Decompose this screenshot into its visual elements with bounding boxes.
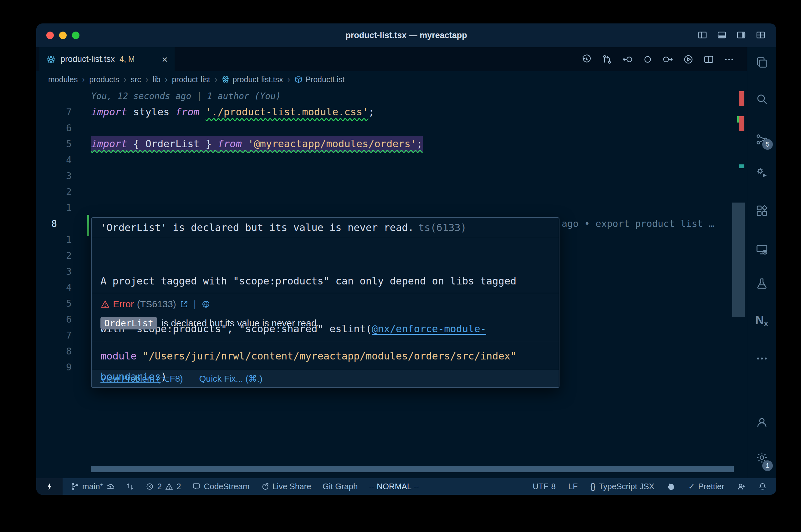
code-row[interactable]: 7import styles from './product-list.modu…: [36, 104, 747, 120]
breadcrumb-item[interactable]: src: [131, 75, 141, 84]
feedback-icon[interactable]: [737, 482, 746, 491]
line-number[interactable]: 4: [36, 280, 72, 296]
code-row[interactable]: 5import { OrderList } from '@myreactapp/…: [36, 136, 747, 152]
breadcrumb-file[interactable]: product-list.tsx: [221, 75, 283, 84]
remote-explorer-icon[interactable]: [755, 243, 768, 256]
line-number[interactable]: 3: [36, 264, 72, 280]
code-row[interactable]: 3: [36, 168, 747, 184]
line-number[interactable]: 5: [36, 296, 72, 311]
zoom-window-button[interactable]: [72, 32, 79, 39]
toggle-panel-icon[interactable]: [717, 30, 727, 40]
codestream-label: CodeStream: [204, 482, 249, 491]
warning-count: 2: [177, 482, 181, 491]
toggle-secondary-sidebar-icon[interactable]: [736, 30, 746, 40]
breadcrumb-item[interactable]: products: [89, 75, 119, 84]
line-number[interactable]: 6: [36, 120, 72, 136]
compare-changes-icon[interactable]: [602, 54, 612, 65]
code-row[interactable]: 1: [36, 200, 747, 216]
line-number[interactable]: 1: [36, 200, 72, 216]
navigate-forward-icon[interactable]: [663, 54, 673, 65]
line-number[interactable]: 8: [51, 216, 57, 232]
git-branch-status[interactable]: main*: [71, 482, 114, 491]
diagnostic-hover-popup: 'OrderList' is declared but its value is…: [91, 217, 560, 388]
tab-close-icon[interactable]: ×: [162, 54, 168, 64]
prettier-status[interactable]: ✓ Prettier: [688, 482, 724, 491]
eol-status[interactable]: LF: [568, 482, 578, 491]
line-number[interactable]: 6: [36, 311, 72, 327]
overview-ruler-error-mark: [739, 91, 744, 106]
language-status[interactable]: {} TypeScript JSX: [590, 482, 654, 491]
check-icon: ✓: [688, 482, 695, 491]
tab-product-list[interactable]: product-list.tsx 4, M ×: [39, 47, 175, 71]
line-number[interactable]: 5: [36, 136, 72, 152]
extensions-icon[interactable]: [755, 204, 768, 217]
git-blame-annotation: You, 12 seconds ago | 1 author (You): [91, 88, 281, 104]
bell-icon[interactable]: [758, 482, 767, 491]
open-external-icon[interactable]: [179, 300, 189, 309]
layout-grid-icon[interactable]: [756, 30, 766, 40]
run-task-gear-icon[interactable]: [755, 166, 768, 179]
tab-modified-badge: 4, M: [120, 55, 135, 64]
problems-status[interactable]: 2 2: [145, 482, 181, 491]
toggle-sidebar-icon[interactable]: [697, 30, 707, 40]
split-editor-icon[interactable]: [703, 54, 714, 65]
code-token: ;: [416, 138, 422, 150]
prettier-label: Prettier: [698, 482, 724, 491]
code-token: [200, 106, 205, 118]
breadcrumb-separator: ›: [124, 75, 126, 84]
line-number[interactable]: 3: [36, 168, 72, 184]
test-beaker-icon[interactable]: [755, 277, 768, 290]
sync-status[interactable]: [126, 482, 134, 491]
git-graph-status[interactable]: Git Graph: [323, 482, 358, 491]
code-row[interactable]: 2: [36, 184, 747, 200]
minimize-window-button[interactable]: [59, 32, 67, 39]
globe-icon[interactable]: [201, 300, 211, 309]
code-token: [242, 138, 248, 150]
github-icon[interactable]: [667, 482, 675, 491]
line-number[interactable]: 2: [36, 248, 72, 264]
circle-icon[interactable]: [642, 54, 653, 65]
remote-indicator[interactable]: [36, 478, 62, 495]
live-share-status[interactable]: Live Share: [261, 482, 311, 491]
line-number[interactable]: 8: [36, 343, 72, 359]
activity-bar: 5 Nx 1: [747, 47, 776, 478]
run-file-icon[interactable]: [683, 54, 694, 65]
view-problem-link[interactable]: View Problem (⌥F8): [101, 374, 183, 384]
navigate-back-icon[interactable]: [622, 54, 633, 65]
line-number[interactable]: 2: [36, 184, 72, 200]
search-icon[interactable]: [755, 93, 768, 106]
more-actions-icon[interactable]: [724, 54, 734, 65]
code-row[interactable]: 4: [36, 152, 747, 168]
breadcrumb-item[interactable]: modules: [48, 75, 78, 84]
vertical-scrollbar[interactable]: [732, 203, 745, 317]
codestream-status[interactable]: CodeStream: [192, 482, 249, 491]
encoding-status[interactable]: UTF-8: [532, 482, 556, 491]
vim-mode-indicator[interactable]: -- NORMAL --: [369, 482, 419, 491]
breadcrumb-item[interactable]: lib: [153, 75, 161, 84]
code-editor[interactable]: You, 12 seconds ago | 1 author (You)7imp…: [36, 88, 747, 478]
window-controls: [46, 32, 79, 39]
divider: |: [194, 299, 196, 309]
breadcrumb-symbol[interactable]: ProductList: [294, 75, 345, 84]
explorer-icon[interactable]: [755, 56, 768, 69]
editor-actions: [581, 47, 747, 71]
line-number[interactable]: 9: [36, 359, 72, 375]
breadcrumb-item[interactable]: product-list: [172, 75, 210, 84]
horizontal-scrollbar[interactable]: [91, 466, 734, 472]
blame-row[interactable]: You, 12 seconds ago | 1 author (You): [36, 88, 747, 104]
line-number[interactable]: 7: [36, 327, 72, 343]
error-code: (TS6133): [137, 299, 176, 309]
nx-rule-link[interactable]: @nx/enforce-module-: [372, 323, 486, 335]
share-icon: [261, 482, 269, 491]
quick-fix-link[interactable]: Quick Fix... (⌘.): [199, 374, 262, 384]
additional-views-icon[interactable]: [755, 352, 768, 365]
line-number[interactable]: 7: [36, 104, 72, 120]
line-number[interactable]: 1: [36, 232, 72, 248]
close-window-button[interactable]: [46, 32, 54, 39]
nx-console-icon[interactable]: Nx: [755, 314, 768, 328]
code-row[interactable]: 6: [36, 120, 747, 136]
status-bar: main* 2 2: [36, 478, 776, 495]
timeline-history-icon[interactable]: [581, 54, 592, 65]
account-icon[interactable]: [755, 416, 768, 429]
line-number[interactable]: 4: [36, 152, 72, 168]
